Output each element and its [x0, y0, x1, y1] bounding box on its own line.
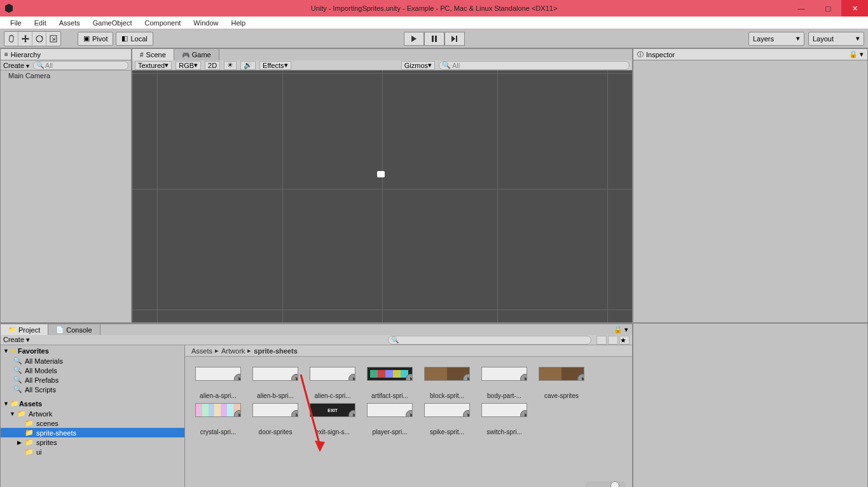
play-button[interactable]: [404, 32, 424, 46]
hierarchy-item[interactable]: Main Camera: [1, 71, 131, 81]
thumbnail-size-slider[interactable]: [585, 481, 626, 487]
menu-edit[interactable]: Edit: [28, 19, 53, 27]
bottom-right-panel: [633, 323, 868, 487]
scene-panel: # Scene 🎮 Game Textured ▾ RGB ▾ 2D ☀ 🔊 E…: [132, 48, 633, 323]
asset-item[interactable]: body-part-...: [478, 367, 531, 399]
fav-prefabs[interactable]: 🔍All Prefabs: [1, 375, 184, 385]
pivot-button[interactable]: ▣ Pivot: [78, 32, 113, 46]
menu-gameobject[interactable]: GameObject: [86, 19, 139, 27]
scene-view[interactable]: [132, 71, 632, 322]
scene-search[interactable]: 🔍All: [439, 61, 630, 70]
minimize-button[interactable]: —: [788, 0, 815, 17]
pause-button[interactable]: [424, 32, 444, 46]
asset-item[interactable]: block-sprit...: [420, 367, 474, 399]
folder-ui[interactable]: 📁ui: [1, 447, 184, 456]
project-create[interactable]: Create ▾: [3, 336, 30, 344]
asset-item[interactable]: cave-sprites: [535, 367, 588, 399]
svg-marker-0: [5, 4, 13, 13]
toolbar: ▣ Pivot ◧ Local Layers▾ Layout▾: [0, 29, 868, 48]
folder-scenes[interactable]: 📁scenes: [1, 418, 184, 428]
layers-dropdown[interactable]: Layers▾: [748, 32, 804, 46]
hierarchy-tab[interactable]: ≡ Hierarchy: [1, 49, 131, 60]
scene-light-icon[interactable]: ☀: [224, 61, 237, 70]
hierarchy-panel: ≡ Hierarchy Create ▾ 🔍All Main Camera: [0, 48, 132, 323]
console-tab[interactable]: 📄 Console: [48, 324, 100, 335]
asset-item[interactable]: crystal-spri...: [191, 403, 245, 436]
asset-grid: alien-a-spri... alien-b-spri... alien-c-…: [185, 357, 632, 487]
breadcrumb-current[interactable]: sprite-sheets: [254, 347, 297, 355]
folder-sprites[interactable]: ▶📁sprites: [1, 437, 184, 447]
hierarchy-search[interactable]: 🔍All: [33, 61, 128, 70]
inspector-panel: ⓘ Inspector🔒 ▾: [633, 48, 868, 323]
scale-tool[interactable]: [46, 32, 60, 46]
scene-tab[interactable]: # Scene: [132, 49, 174, 60]
asset-item[interactable]: alien-b-spri...: [249, 367, 302, 399]
asset-item[interactable]: player-spri...: [363, 403, 417, 436]
asset-item[interactable]: EXITexit-sign-s...: [306, 403, 359, 436]
folder-sprite-sheets[interactable]: 📁sprite-sheets: [1, 428, 184, 437]
close-button[interactable]: ✕: [841, 0, 868, 17]
asset-item[interactable]: alien-a-spri...: [191, 367, 245, 399]
hierarchy-create[interactable]: Create ▾: [3, 62, 29, 69]
menu-component[interactable]: Component: [138, 19, 187, 27]
asset-item[interactable]: door-sprites: [249, 403, 302, 436]
fav-materials[interactable]: 🔍All Materials: [1, 356, 184, 366]
game-tab[interactable]: 🎮 Game: [174, 49, 219, 60]
svg-marker-2: [411, 36, 417, 42]
titlebar: Unity - ImportingSprites.unity - Example…: [0, 0, 868, 17]
layout-dropdown[interactable]: Layout▾: [808, 32, 864, 46]
asset-item[interactable]: switch-spri...: [478, 403, 531, 436]
inspector-tab[interactable]: ⓘ Inspector🔒 ▾: [633, 49, 867, 60]
scene-shading[interactable]: Textured ▾: [135, 61, 172, 70]
move-tool[interactable]: [18, 32, 32, 46]
assets-header[interactable]: ▼📁Assets: [1, 398, 184, 409]
panel-lock-icon[interactable]: 🔒 ▾: [610, 324, 632, 335]
favorites-header[interactable]: ▼★Favorites: [1, 345, 184, 356]
scene-rgb[interactable]: RGB ▾: [176, 61, 201, 70]
save-search-icon[interactable]: ★: [619, 336, 630, 345]
scene-gizmos[interactable]: Gizmos ▾: [401, 61, 435, 70]
asset-item[interactable]: spike-sprit...: [420, 403, 474, 436]
breadcrumb-artwork[interactable]: Artwork: [221, 347, 245, 355]
menu-window[interactable]: Window: [187, 19, 224, 27]
breadcrumb-assets[interactable]: Assets: [191, 347, 212, 355]
window-title: Unity - ImportingSprites.unity - Example…: [311, 4, 558, 12]
menu-file[interactable]: File: [4, 19, 28, 27]
filter-type-icon[interactable]: [596, 336, 607, 345]
menubar: File Edit Assets GameObject Component Wi…: [0, 17, 868, 29]
asset-item[interactable]: alien-c-spri...: [306, 367, 359, 399]
asset-item[interactable]: artifact-spri...: [363, 367, 417, 399]
menu-assets[interactable]: Assets: [53, 19, 86, 27]
fav-models[interactable]: 🔍All Models: [1, 366, 184, 375]
menu-help[interactable]: Help: [224, 19, 252, 27]
local-button[interactable]: ◧ Local: [116, 32, 153, 46]
camera-gizmo[interactable]: [377, 171, 385, 177]
step-button[interactable]: [444, 32, 465, 46]
breadcrumb: Assets▸ Artwork▸ sprite-sheets: [185, 345, 632, 357]
project-content: Assets▸ Artwork▸ sprite-sheets alien-a-s…: [185, 345, 632, 487]
svg-rect-3: [432, 36, 434, 42]
maximize-button[interactable]: ▢: [815, 0, 841, 17]
project-search[interactable]: 🔍: [388, 336, 591, 345]
unity-logo: [4, 3, 14, 13]
hand-tool[interactable]: [4, 32, 18, 46]
svg-rect-4: [435, 36, 437, 42]
project-panel: 📁 Project 📄 Console 🔒 ▾ Create ▾ 🔍 ★ ▼★F…: [0, 323, 633, 487]
filter-label-icon[interactable]: [608, 336, 618, 345]
svg-rect-6: [456, 36, 457, 42]
scene-effects[interactable]: Effects ▾: [259, 61, 291, 70]
project-tree: ▼★Favorites 🔍All Materials 🔍All Models 🔍…: [1, 345, 185, 487]
scene-2d[interactable]: 2D: [205, 61, 220, 70]
rotate-tool[interactable]: [32, 32, 46, 46]
svg-marker-5: [451, 36, 455, 42]
folder-artwork[interactable]: ▼📁Artwork: [1, 409, 184, 418]
fav-scripts[interactable]: 🔍All Scripts: [1, 385, 184, 394]
svg-marker-8: [315, 441, 325, 452]
scene-audio-icon[interactable]: 🔊: [240, 61, 256, 70]
project-tab[interactable]: 📁 Project: [1, 324, 48, 335]
